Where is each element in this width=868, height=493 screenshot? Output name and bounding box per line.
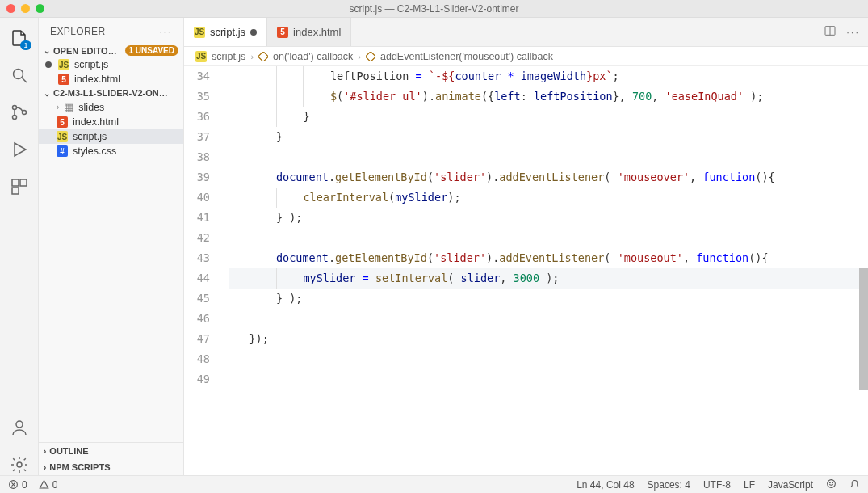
- open-editors-label: OPEN EDITO…: [53, 46, 117, 56]
- sidebar-header: EXPLORER ···: [39, 18, 183, 44]
- project-label: C2-M3-L1-SLIDER-V2-ON…: [53, 88, 168, 98]
- code-line[interactable]: clearInterval(mySlider);: [229, 188, 868, 208]
- html-file-icon: 5: [58, 74, 69, 85]
- svg-point-3: [12, 116, 16, 120]
- chevron-right-icon: ›: [57, 103, 59, 112]
- svg-point-21: [832, 482, 833, 482]
- js-file-icon: JS: [58, 59, 69, 70]
- status-spaces[interactable]: Spaces: 4: [648, 479, 690, 491]
- status-lncol[interactable]: Ln 44, Col 48: [577, 479, 634, 491]
- extensions-icon[interactable]: [9, 176, 30, 197]
- line-number: 35: [184, 86, 210, 107]
- chevron-right-icon: ›: [44, 463, 46, 472]
- open-editor-item[interactable]: 5index.html: [39, 72, 183, 86]
- explorer-icon[interactable]: 1: [9, 27, 30, 48]
- tab-label: index.html: [293, 26, 341, 38]
- split-editor-icon[interactable]: [824, 24, 837, 40]
- npm-scripts-section[interactable]: › NPM SCRIPTS: [39, 459, 183, 475]
- run-debug-icon[interactable]: [9, 139, 30, 160]
- breadcrumb-file[interactable]: script.js: [212, 51, 245, 62]
- outline-section[interactable]: › OUTLINE: [39, 443, 183, 459]
- code-line[interactable]: document.getElementById('slider').addEve…: [229, 248, 868, 268]
- line-number: 40: [184, 188, 210, 208]
- code-line[interactable]: [229, 369, 868, 390]
- vertical-scrollbar[interactable]: [858, 66, 868, 475]
- code-line[interactable]: document.getElementById('slider').addEve…: [229, 167, 868, 188]
- explorer-badge: 1: [20, 40, 31, 50]
- file-name: index.html: [73, 116, 119, 128]
- line-number-gutter: 34353637383940414243444546474849: [184, 66, 224, 475]
- settings-gear-icon[interactable]: [9, 454, 30, 475]
- svg-line-1: [22, 78, 27, 82]
- status-errors[interactable]: 0: [8, 479, 27, 491]
- accounts-icon[interactable]: [9, 417, 30, 438]
- window-title: script.js — C2-M3-L1-Slider-V2-ontimer: [349, 3, 518, 15]
- folder-item[interactable]: ›▦slides: [39, 99, 183, 115]
- code-line[interactable]: [229, 349, 868, 369]
- svg-point-0: [13, 70, 23, 79]
- project-section[interactable]: ⌄ C2-M3-L1-SLIDER-V2-ON…: [39, 86, 183, 99]
- line-number: 38: [184, 147, 210, 167]
- feedback-icon[interactable]: [826, 478, 837, 491]
- code-line[interactable]: }: [229, 127, 868, 147]
- more-actions-icon[interactable]: ···: [846, 26, 860, 38]
- file-item[interactable]: 5index.html: [39, 115, 183, 129]
- maximize-window-button[interactable]: [36, 4, 44, 13]
- breadcrumb-fn2[interactable]: addEventListener('mouseout') callback: [380, 51, 553, 62]
- code-line[interactable]: [229, 309, 868, 329]
- unsaved-dot-icon: [250, 29, 257, 36]
- status-lang[interactable]: JavaScript: [768, 479, 813, 491]
- file-item[interactable]: JSscript.js: [39, 129, 183, 144]
- file-name: script.js: [73, 131, 107, 142]
- svg-point-9: [17, 462, 22, 467]
- code-line[interactable]: } );: [229, 208, 868, 228]
- chevron-down-icon: ⌄: [44, 46, 50, 55]
- js-file-icon: JS: [194, 27, 205, 38]
- breadcrumb[interactable]: JS script.js › on('load') callback › add…: [184, 47, 868, 66]
- file-name: script.js: [74, 59, 108, 70]
- code-content[interactable]: leftPosition = `-${counter * imageWidth}…: [224, 66, 868, 475]
- code-editor[interactable]: 34353637383940414243444546474849 leftPos…: [184, 66, 868, 475]
- method-icon: [366, 52, 375, 61]
- notifications-icon[interactable]: [849, 478, 860, 491]
- open-editor-item[interactable]: JSscript.js: [39, 57, 183, 72]
- open-editors-section[interactable]: ⌄ OPEN EDITO… 1 UNSAVED: [39, 44, 183, 57]
- minimize-window-button[interactable]: [21, 4, 30, 13]
- line-number: 39: [184, 167, 210, 188]
- editor-tab[interactable]: JSscript.js: [184, 18, 267, 46]
- code-line[interactable]: });: [229, 329, 868, 349]
- svg-rect-12: [258, 52, 268, 61]
- status-eol[interactable]: LF: [744, 479, 755, 491]
- file-item[interactable]: #styles.css: [39, 144, 183, 158]
- folder-name: slides: [78, 102, 104, 113]
- tab-label: script.js: [210, 26, 245, 38]
- close-window-button[interactable]: [6, 4, 15, 13]
- line-number: 42: [184, 228, 210, 248]
- window-controls: [6, 4, 44, 13]
- code-line[interactable]: }: [229, 107, 868, 127]
- search-icon[interactable]: [9, 65, 30, 86]
- editor-area: JSscript.js5index.html ··· JS script.js …: [184, 18, 868, 475]
- html-file-icon: 5: [277, 27, 288, 38]
- code-line[interactable]: } );: [229, 289, 868, 309]
- npm-scripts-label: NPM SCRIPTS: [49, 462, 110, 472]
- svg-point-2: [12, 106, 16, 110]
- sidebar-more-icon[interactable]: ···: [159, 26, 172, 37]
- method-icon: [258, 52, 268, 61]
- status-encoding[interactable]: UTF-8: [703, 479, 731, 491]
- js-file-icon: JS: [195, 51, 207, 62]
- outline-label: OUTLINE: [49, 446, 88, 456]
- source-control-icon[interactable]: [9, 102, 30, 123]
- unsaved-badge: 1 UNSAVED: [125, 45, 179, 56]
- scroll-thumb[interactable]: [859, 268, 868, 390]
- line-number: 47: [184, 329, 210, 349]
- status-bar: 0 0 Ln 44, Col 48 Spaces: 4 UTF-8 LF Jav…: [0, 475, 868, 493]
- editor-tab[interactable]: 5index.html: [267, 18, 351, 46]
- breadcrumb-fn1[interactable]: on('load') callback: [273, 51, 353, 62]
- code-line[interactable]: $('#slider ul').animate({left: leftPosit…: [229, 86, 868, 107]
- code-line[interactable]: [229, 147, 868, 167]
- status-warnings[interactable]: 0: [39, 479, 58, 491]
- code-line[interactable]: [229, 228, 868, 248]
- code-line[interactable]: mySlider = setInterval( slider, 3000 );: [229, 268, 868, 289]
- code-line[interactable]: leftPosition = `-${counter * imageWidth}…: [229, 66, 868, 86]
